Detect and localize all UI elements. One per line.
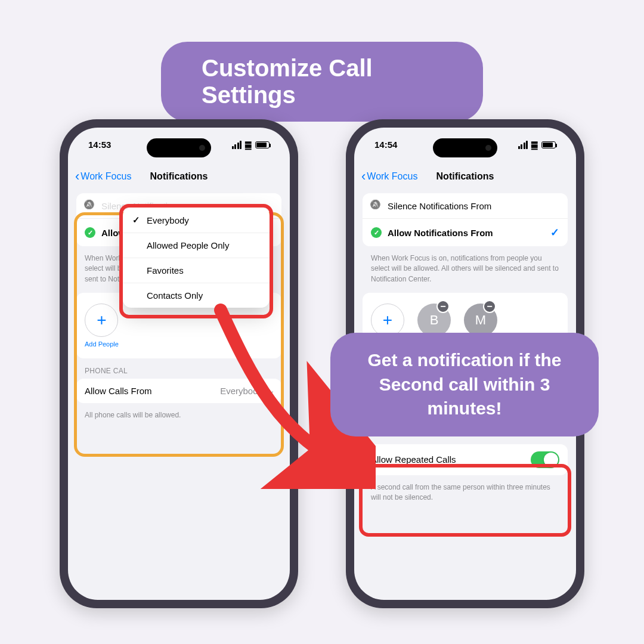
plus-circle-icon: + — [371, 304, 404, 337]
popup-option-contacts[interactable]: Contacts Only — [123, 283, 270, 308]
popup-label: Contacts Only — [147, 290, 203, 301]
allow-calls-card: Allow Calls From Everybody ⌃⌄ — [76, 379, 281, 403]
status-time: 14:53 — [88, 140, 111, 150]
back-button[interactable]: ‹ Work Focus — [75, 169, 131, 184]
status-bar: 14:54 ䷀ — [354, 140, 576, 150]
cellular-icon — [518, 141, 528, 149]
back-label: Work Focus — [367, 171, 417, 182]
check-badge-icon: ✓ — [85, 227, 95, 238]
checkmark-icon: ✓ — [550, 226, 559, 239]
popup-option-everybody[interactable]: ✓ Everybody — [123, 208, 270, 233]
popup-option-allowed[interactable]: Allowed People Only — [123, 233, 270, 258]
silence-label: Silence Notifications From — [388, 201, 559, 211]
remove-badge-icon[interactable]: − — [436, 300, 450, 313]
bell-slash-icon — [85, 200, 95, 211]
person-b[interactable]: − B — [417, 304, 451, 337]
add-people-slot[interactable]: + — [371, 304, 404, 337]
phone-mock-left: 14:53 ䷀ ‹ Work Focus Notifications Silen… — [60, 119, 298, 608]
popup-label: Everybody — [147, 215, 189, 225]
cellular-icon — [232, 141, 242, 149]
status-time: 14:54 — [374, 140, 397, 150]
calls-popup-menu: ✓ Everybody Allowed People Only Favorite… — [123, 208, 270, 308]
allow-calls-label: Allow Calls From — [85, 386, 152, 396]
person-m[interactable]: − M — [464, 304, 497, 337]
remove-badge-icon[interactable]: − — [483, 300, 496, 313]
allow-calls-helper: All phone calls will be allowed. — [76, 408, 281, 429]
add-people-slot[interactable]: + Add People — [85, 304, 119, 348]
silence-row[interactable]: Silence Notifications From — [363, 193, 568, 219]
repeated-calls-helper: A second call from the same person withi… — [363, 480, 568, 512]
callout-bubble: Get a notification if the Second call wi… — [330, 333, 599, 436]
bell-slash-icon — [371, 200, 382, 211]
allow-calls-value: Everybody ⌃⌄ — [220, 386, 273, 396]
phone-calls-header: PHONE CAL — [76, 358, 281, 379]
popup-label: Allowed People Only — [147, 240, 229, 250]
allow-calls-row[interactable]: Allow Calls From Everybody ⌃⌄ — [76, 379, 281, 403]
plus-circle-icon: + — [85, 304, 118, 337]
nav-title: Notifications — [436, 171, 494, 182]
allow-helper: When Work Focus is on, notifications fro… — [363, 251, 568, 293]
nav-title: Notifications — [150, 171, 208, 182]
battery-icon — [255, 141, 270, 148]
allow-label: Allow Notifications From — [388, 228, 544, 238]
allow-row[interactable]: ✓ Allow Notifications From ✓ — [363, 219, 568, 246]
add-people-label: Add People — [85, 340, 119, 348]
repeated-calls-toggle[interactable] — [531, 451, 559, 468]
checkmark-icon: ✓ — [132, 215, 141, 225]
chevron-left-icon: ‹ — [75, 169, 79, 184]
status-bar: 14:53 ䷀ — [68, 140, 290, 150]
battery-icon — [541, 141, 556, 148]
nav-bar: ‹ Work Focus Notifications — [354, 163, 576, 190]
back-label: Work Focus — [80, 171, 131, 182]
check-badge-icon: ✓ — [371, 227, 382, 238]
back-button[interactable]: ‹ Work Focus — [361, 169, 417, 184]
notif-mode-card: Silence Notifications From ✓ Allow Notif… — [363, 193, 568, 246]
repeated-calls-label: Allow Repeated Calls — [371, 454, 525, 465]
popup-label: Favorites — [147, 265, 184, 275]
repeated-calls-row[interactable]: Allow Repeated Calls — [363, 444, 568, 475]
status-right: ䷀ — [232, 140, 270, 150]
repeated-calls-card: Allow Repeated Calls — [363, 444, 568, 475]
popup-option-favorites[interactable]: Favorites — [123, 258, 270, 283]
nav-bar: ‹ Work Focus Notifications — [68, 163, 290, 190]
page-title-pill: Customize Call Settings — [161, 42, 483, 122]
updown-icon: ⌃⌄ — [265, 387, 273, 395]
wifi-icon: ䷀ — [244, 140, 252, 150]
chevron-left-icon: ‹ — [361, 169, 366, 184]
wifi-icon: ䷀ — [531, 140, 538, 150]
screen-left: 14:53 ䷀ ‹ Work Focus Notifications Silen… — [68, 128, 290, 600]
status-right: ䷀ — [518, 140, 556, 150]
